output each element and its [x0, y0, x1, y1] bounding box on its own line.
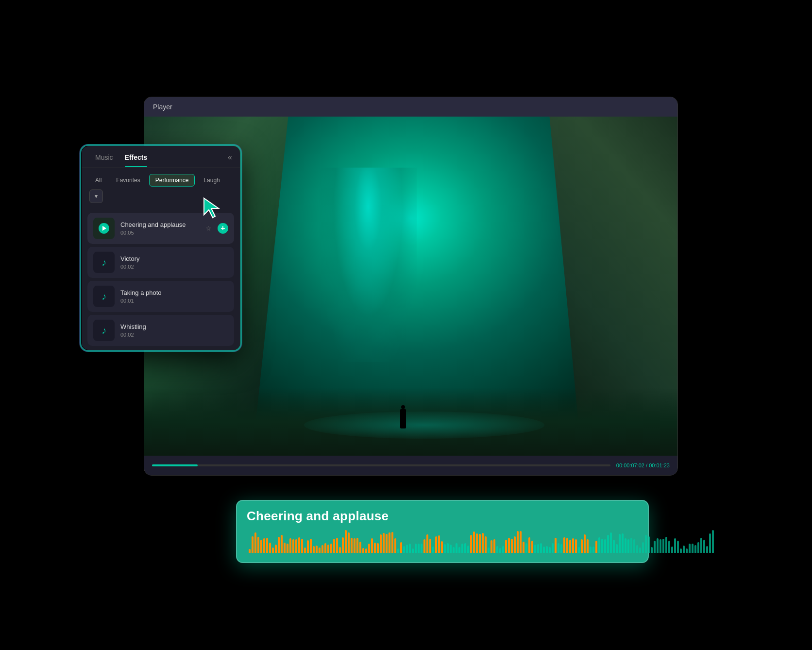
waveform-bar-segment — [429, 539, 431, 553]
filter-laugh[interactable]: Laugh — [198, 174, 225, 186]
waveform-bar-segment — [508, 538, 510, 553]
waveform-bar-segment — [421, 544, 423, 553]
waveform-bar-segment — [362, 548, 364, 553]
waveform-bar-segment — [505, 540, 507, 553]
waveform-bar-segment — [677, 541, 679, 553]
waveform-bar-segment — [657, 538, 659, 553]
waveform-bar-segment — [278, 537, 280, 553]
tab-effects[interactable]: Effects — [119, 154, 153, 167]
waveform-bar-segment — [348, 532, 350, 553]
waveform-bar-segment — [380, 534, 382, 553]
waveform-bar-segment — [537, 544, 539, 553]
waveform-bar-segment — [275, 545, 277, 553]
player-titlebar: Player — [144, 97, 677, 117]
sound-duration-whistling: 00:02 — [120, 332, 228, 338]
sound-icon-victory: ♪ — [93, 252, 115, 273]
add-button-cheering[interactable]: + — [218, 223, 228, 234]
player-title: Player — [153, 103, 172, 111]
sound-duration-victory: 00:02 — [120, 264, 228, 270]
waveform-bar-segment — [263, 538, 265, 553]
waveform-bar-segment — [543, 547, 545, 553]
waveform-bar-segment — [470, 535, 472, 553]
sound-item-whistling[interactable]: ♪ Whistling 00:02 — [87, 315, 234, 346]
waveform-visual — [247, 529, 638, 553]
waveform-bar-segment — [409, 544, 411, 553]
waveform-bar-segment — [482, 533, 484, 553]
waveform-bar-segment — [671, 547, 673, 553]
waveform-bar-segment — [622, 533, 624, 553]
waveform-bar-segment — [555, 538, 557, 553]
waveform-bar-segment — [412, 548, 414, 553]
waveform-bar-segment — [406, 545, 408, 553]
waveform-bar-segment — [377, 543, 379, 553]
waveform-bar-segment — [692, 544, 694, 553]
sound-icon-cheering — [93, 218, 115, 239]
favorite-button-cheering[interactable]: ☆ — [203, 223, 214, 234]
filter-all[interactable]: All — [89, 174, 107, 186]
waveform-bar-segment — [502, 546, 504, 553]
waveform-bar-segment — [257, 537, 259, 553]
waveform-bar-segment — [464, 543, 466, 553]
cave-glow — [320, 168, 417, 362]
waveform-bar-segment — [491, 540, 492, 553]
play-button-cheering[interactable] — [99, 223, 109, 234]
sound-item-taking-photo[interactable]: ♪ Taking a photo 00:01 — [87, 281, 234, 312]
waveform-bar-segment — [607, 535, 609, 553]
waveform-bar-segment — [319, 547, 321, 553]
sound-item-victory[interactable]: ♪ Victory 00:02 — [87, 247, 234, 278]
filter-performance[interactable]: Performance — [149, 174, 195, 187]
waveform-bar-segment — [619, 534, 621, 553]
waveform-bar-segment — [336, 538, 338, 553]
waveform-bar-segment — [700, 538, 702, 553]
waveform-bar-segment — [435, 536, 437, 553]
waveform-bar-segment — [287, 544, 288, 553]
collapse-button[interactable]: « — [228, 153, 232, 168]
waveform-bar-segment — [610, 532, 612, 553]
waveform-bar-segment — [403, 546, 405, 553]
waveform-bar-segment — [365, 548, 367, 553]
waveform-bar-segment — [351, 538, 353, 553]
waveform-bar-segment — [307, 540, 309, 553]
sound-name-whistling: Whistling — [120, 323, 228, 330]
sound-actions-cheering: ☆ + — [203, 223, 228, 234]
waveform-bar-segment — [686, 548, 688, 553]
waveform-bar-segment — [549, 547, 551, 553]
waveform-bar-segment — [668, 541, 670, 553]
filter-dropdown-button[interactable]: ▾ — [89, 189, 103, 203]
waveform-bar-segment — [563, 537, 565, 553]
waveform-label: Cheering and applause — [247, 509, 638, 524]
sound-duration-cheering: 00:05 — [120, 230, 197, 236]
waveform-bar-segment — [485, 536, 487, 553]
waveform-bar-segment — [616, 544, 618, 553]
waveform-bar-segment — [339, 547, 341, 553]
time-display: 00:00:07:02 / 00:01:23 — [616, 462, 670, 468]
waveform-bar-segment — [660, 539, 661, 553]
sound-icon-whistling: ♪ — [93, 320, 115, 341]
waveform-bar-segment — [249, 549, 251, 553]
tab-music[interactable]: Music — [89, 154, 119, 167]
timeline[interactable] — [152, 464, 610, 466]
waveform-bar-segment — [386, 534, 388, 553]
waveform-bar-segment — [499, 548, 501, 553]
waveform-bar-segment — [281, 535, 283, 553]
waveform-bar-segment — [301, 539, 303, 553]
panel-tabs: Music Effects « — [82, 146, 240, 168]
waveform-bar-segment — [458, 547, 460, 553]
waveform-bar-segment — [645, 535, 647, 553]
waveform-bar-segment — [496, 546, 498, 553]
music-note-icon-victory: ♪ — [102, 257, 106, 268]
waveform-bar-segment — [697, 542, 699, 553]
waveform-bar-segment — [694, 545, 696, 553]
play-triangle-icon — [102, 226, 106, 231]
timeline-progress — [152, 464, 198, 466]
waveform-bar-segment — [569, 540, 571, 553]
waveform-bar-segment — [342, 537, 344, 553]
filter-favorites[interactable]: Favorites — [110, 174, 146, 186]
star-icon: ☆ — [205, 224, 212, 232]
waveform-bar-segment — [394, 538, 396, 553]
waveform-bar-segment — [374, 543, 376, 553]
waveform-bar-segment — [330, 544, 332, 553]
waveform-bar-segment — [450, 545, 452, 553]
waveform-bar-segment — [304, 547, 306, 553]
waveform-bar-segment — [630, 538, 632, 553]
